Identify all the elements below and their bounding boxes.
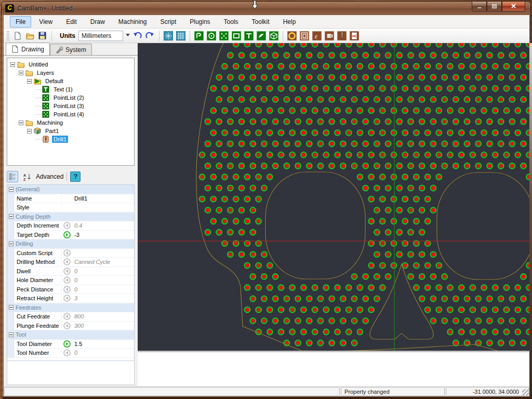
new-document-button[interactable] <box>12 31 23 41</box>
undo-button[interactable] <box>132 31 143 41</box>
value-default-icon[interactable] <box>62 222 72 229</box>
skull-drill-pattern-canvas[interactable] <box>138 43 529 351</box>
property-value[interactable]: 0.4 <box>72 222 134 229</box>
property-value[interactable]: -3 <box>72 232 134 238</box>
solid-button[interactable] <box>269 31 279 41</box>
property-grid[interactable]: (General)NameDrill1StyleCutting DepthDep… <box>7 184 135 361</box>
property-value[interactable]: 3 <box>72 295 134 301</box>
category-drilling[interactable]: Drilling <box>7 240 134 249</box>
resize-grip[interactable] <box>522 389 528 395</box>
property-row-hole-diameter[interactable]: Hole Diameter0 <box>7 276 134 285</box>
property-row-tool-number[interactable]: Tool Number0 <box>7 349 134 358</box>
value-set-icon[interactable] <box>62 340 72 348</box>
value-default-icon[interactable] <box>62 268 72 275</box>
categorized-view-button[interactable] <box>7 171 18 182</box>
menu-help[interactable]: Help <box>277 16 302 28</box>
category--general-[interactable]: (General) <box>7 185 134 194</box>
rectangle-button[interactable] <box>231 31 242 41</box>
restore-button[interactable] <box>487 2 502 11</box>
menu-view[interactable]: View <box>33 16 58 28</box>
title-bar[interactable]: C CamBam+ Untitled <box>2 2 530 15</box>
tree-node-pointlist-3-[interactable]: PointList (3) <box>7 102 134 110</box>
menu-file[interactable]: File <box>10 16 31 28</box>
tree-node-pointlist-4-[interactable]: PointList (4) <box>7 110 134 118</box>
save-button[interactable] <box>37 31 48 41</box>
grid-button[interactable] <box>176 31 186 41</box>
snap-button[interactable] <box>163 31 174 41</box>
menu-toolkit[interactable]: Toolkit <box>246 16 275 28</box>
category-collapse-toggle[interactable] <box>9 214 14 219</box>
property-row-target-depth[interactable]: Target Depth-3 <box>7 231 134 240</box>
property-row-name[interactable]: NameDrill1 <box>7 194 134 204</box>
alphabetical-sort-button[interactable]: A Z <box>21 171 33 182</box>
gcode-button[interactable]: HC <box>349 31 360 41</box>
category-collapse-toggle[interactable] <box>9 305 14 310</box>
collapse-toggle[interactable] <box>10 62 15 67</box>
collapse-toggle[interactable] <box>19 71 23 75</box>
value-set-icon[interactable] <box>62 231 72 238</box>
collapse-toggle[interactable] <box>27 129 32 134</box>
minimize-button[interactable] <box>472 2 487 11</box>
property-row-tool-diameter[interactable]: Tool Diameter1.5 <box>7 340 134 349</box>
value-default-icon[interactable] <box>62 249 72 257</box>
help-button[interactable]: ? <box>70 171 81 182</box>
category-tool[interactable]: Tool <box>7 330 134 340</box>
pocket-button[interactable] <box>299 31 310 41</box>
property-row-style[interactable]: Style <box>7 203 134 212</box>
circle-button[interactable] <box>206 31 217 41</box>
property-value[interactable]: 0 <box>72 268 134 274</box>
value-default-icon[interactable] <box>62 349 72 356</box>
units-dropdown[interactable]: Millimeters <box>78 31 123 41</box>
property-row-dwell[interactable]: Dwell0 <box>7 267 134 276</box>
polyline-button[interactable] <box>194 31 204 41</box>
tree-node-text-1-[interactable]: Text (1) <box>7 85 134 94</box>
value-default-icon[interactable] <box>62 313 72 320</box>
lathe-button[interactable] <box>324 31 335 41</box>
text-button[interactable] <box>244 31 254 41</box>
tree-node-untitled[interactable]: Untitled <box>7 60 134 69</box>
open-folder-button[interactable] <box>25 31 35 41</box>
menu-draw[interactable]: Draw <box>85 16 111 28</box>
category-collapse-toggle[interactable] <box>9 242 14 246</box>
tab-system[interactable]: System <box>50 44 92 55</box>
tree-node-drill1[interactable]: Drill1 <box>7 135 134 143</box>
menu-edit[interactable]: Edit <box>60 16 83 28</box>
property-row-drilling-method[interactable]: Drilling MethodCanned Cycle <box>7 258 134 267</box>
property-value[interactable]: Drill1 <box>72 195 134 202</box>
tree-node-part1[interactable]: Part1 <box>7 127 134 135</box>
menu-script[interactable]: Script <box>155 16 182 28</box>
property-row-depth-increment[interactable]: Depth Increment0.4 <box>7 221 134 231</box>
property-row-cut-feedrate[interactable]: Cut Feedrate800 <box>7 312 134 322</box>
property-value[interactable]: 1.5 <box>72 341 134 347</box>
value-default-icon[interactable] <box>62 295 72 302</box>
redo-button[interactable] <box>145 31 155 41</box>
close-button[interactable] <box>502 2 525 11</box>
tab-drawing[interactable]: Drawing <box>6 43 50 55</box>
tree-node-layers[interactable]: Layers <box>7 69 134 77</box>
category-feedrates[interactable]: Feedrates <box>7 303 134 313</box>
value-default-icon[interactable] <box>62 286 72 293</box>
property-value[interactable]: Canned Cycle <box>72 259 134 265</box>
advanced-button[interactable]: Advanced <box>36 173 63 180</box>
tree-node-machining[interactable]: Machining <box>7 118 134 127</box>
menu-plugins[interactable]: Plugins <box>184 16 216 28</box>
value-default-icon[interactable] <box>62 276 72 284</box>
property-row-peck-distance[interactable]: Peck Distance0 <box>7 285 134 295</box>
drawing-tree[interactable]: UntitledLayersDefaultText (1)PointList (… <box>7 58 135 166</box>
collapse-toggle[interactable] <box>19 121 23 125</box>
category-collapse-toggle[interactable] <box>9 187 14 192</box>
property-row-custom-script[interactable]: Custom Script <box>7 249 134 258</box>
property-value[interactable]: 0 <box>72 277 134 283</box>
tree-node-default[interactable]: Default <box>7 77 134 85</box>
menu-tools[interactable]: Tools <box>218 16 244 28</box>
category-collapse-toggle[interactable] <box>9 332 14 337</box>
collapse-toggle[interactable] <box>27 79 32 84</box>
property-row-plunge-feedrate[interactable]: Plunge Feedrate300 <box>7 322 134 331</box>
pointlist-button[interactable] <box>219 31 229 41</box>
drawing-viewport[interactable] <box>138 43 529 351</box>
property-value[interactable]: 0 <box>72 350 134 356</box>
profile-button[interactable] <box>287 31 297 41</box>
value-default-icon[interactable] <box>62 322 72 329</box>
property-value[interactable]: 0 <box>72 286 134 292</box>
drill-button[interactable] <box>337 31 347 41</box>
